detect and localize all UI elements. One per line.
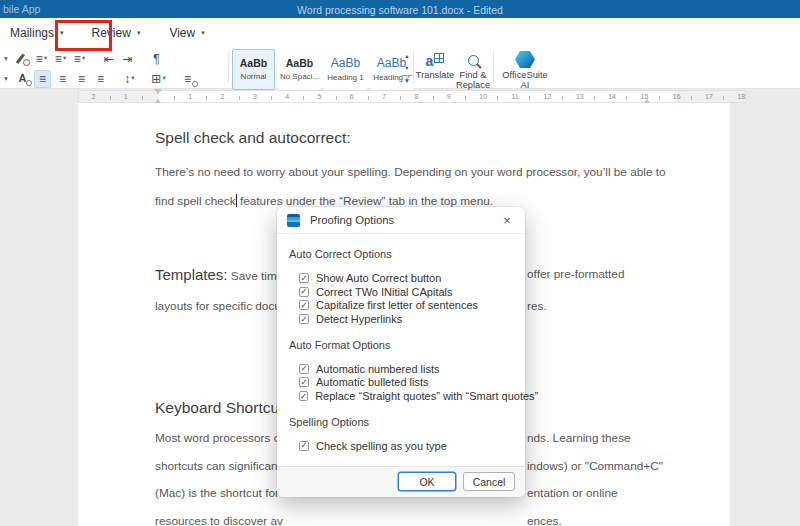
doc-text-fragment: shortcuts can significant (155, 459, 281, 473)
doc-text-fragment: (Mac) is the shortcut for (155, 486, 279, 500)
align-right-button[interactable]: ≡ (74, 71, 89, 87)
checkbox-option[interactable]: ✓Automatic bulleted lists (299, 375, 513, 389)
paragraph-mark-button[interactable]: ¶ (149, 51, 164, 67)
style-card-normal[interactable]: AaBbNormal (232, 49, 275, 90)
dialog-title: Proofing Options (310, 214, 499, 226)
proofing-options-dialog: Proofing Options × Auto Correct Options✓… (277, 207, 525, 497)
checkbox-label: Replace “Straight quotes” with “Smart qu… (315, 390, 538, 402)
ruler-number: 2 (91, 93, 95, 100)
align-left-button[interactable]: ≡ (34, 70, 51, 88)
ruler-tick (626, 96, 627, 100)
ruler-tick (723, 96, 724, 100)
checkbox-checked-icon[interactable]: ✓ (299, 441, 309, 451)
ok-button[interactable]: OK (398, 472, 456, 491)
checkbox-checked-icon[interactable]: ✓ (299, 391, 308, 401)
checkbox-option[interactable]: ✓Replace “Straight quotes” with “Smart q… (299, 389, 513, 403)
checkbox-option[interactable]: ✓Show Auto Correct button (299, 271, 513, 285)
translate-icon: a (426, 51, 445, 68)
doc-text-fragment: Most word processors o (155, 431, 280, 445)
borders-button[interactable]: ⊞▾ (151, 71, 166, 87)
style-card-no-spaci-[interactable]: AaBbNo Spaci... (278, 49, 321, 90)
line-spacing-button[interactable]: ↕▾ (122, 71, 137, 87)
doc-heading-keyboard-shortcuts: Keyboard Shortcut (155, 399, 283, 417)
bullet-list-button[interactable]: ≡▾ (34, 51, 49, 67)
spelling-color-icon[interactable] (15, 53, 30, 65)
checkbox-label: Detect Hyperlinks (316, 313, 402, 325)
align-center-button[interactable]: ≡ (55, 71, 70, 87)
officesuite-ai-button[interactable]: OfficeSuite AI (497, 51, 553, 91)
ruler-tick (174, 96, 175, 100)
dialog-option-group: ✓Automatic numbered lists✓Automatic bull… (289, 362, 513, 403)
ruler-number: 5 (318, 93, 322, 100)
doc-text-fragment: entation or online (527, 480, 618, 508)
justify-button[interactable]: ≡ (93, 71, 108, 87)
ruler-tick (659, 96, 660, 100)
checkbox-label: Show Auto Correct button (316, 272, 441, 284)
dialog-section-label: Auto Format Options (289, 339, 513, 351)
checkbox-option[interactable]: ✓Correct TWo INitial CApitals (299, 285, 513, 299)
document-title: Word processing software 101.docx - Edit… (0, 4, 800, 16)
tab-view[interactable]: View▾ (169, 26, 204, 40)
tab-mailings[interactable]: Mailings▾ (10, 26, 64, 40)
multilevel-list-button[interactable]: ≡▾ (72, 51, 87, 67)
gallery-scroll-up[interactable]: ▴ (402, 51, 412, 61)
gallery-more[interactable]: ▾ (402, 75, 412, 85)
style-gallery: AaBbNormalAaBbNo Spaci...AaBbHeading 1Aa… (232, 49, 413, 90)
horizontal-ruler[interactable]: 12345678910111213141516171821 (78, 90, 746, 103)
dropdown-caret[interactable]: ▾ (1, 71, 11, 87)
ruler-number: 12 (544, 93, 552, 100)
checkbox-option[interactable]: ✓Automatic numbered lists (299, 362, 513, 376)
ruler-number: 18 (737, 93, 745, 100)
hexagon-ai-icon (515, 51, 535, 68)
decrease-indent-button[interactable]: ⇤ (101, 51, 116, 67)
ruler-tick (142, 96, 143, 100)
ribbon-separator (493, 52, 494, 83)
checkbox-option[interactable]: ✓Capitalize first letter of sentences (299, 298, 513, 312)
find-replace-button[interactable]: Find &Replace (454, 51, 492, 91)
find-replace-label: Find &Replace (456, 71, 490, 91)
style-label: No Spaci... (280, 72, 319, 81)
translate-button[interactable]: a Translate (416, 51, 454, 81)
numbered-list-button[interactable]: ≡▾ (53, 51, 68, 67)
style-label: Normal (241, 72, 267, 81)
checkbox-checked-icon[interactable]: ✓ (299, 314, 309, 324)
checkbox-label: Automatic numbered lists (316, 363, 440, 375)
ribbon-separator (413, 52, 414, 83)
checkbox-label: Check spelling as you type (316, 440, 447, 452)
ruler-number: 11 (511, 93, 518, 100)
dialog-body: Auto Correct Options✓Show Auto Correct b… (277, 234, 525, 453)
checkbox-label: Automatic bulleted lists (316, 376, 429, 388)
dropdown-caret[interactable]: ▾ (1, 51, 11, 67)
checkbox-checked-icon[interactable]: ✓ (299, 300, 309, 310)
ruler-number: 1 (124, 93, 128, 100)
ruler-number: 3 (253, 93, 257, 100)
checkbox-checked-icon[interactable]: ✓ (299, 364, 309, 374)
checkbox-checked-icon[interactable]: ✓ (299, 287, 309, 297)
ruler-tick (368, 96, 369, 100)
doc-text-fragment: resources to discover av (155, 514, 283, 526)
checkbox-checked-icon[interactable]: ✓ (299, 377, 309, 387)
ribbon-separator (228, 52, 229, 83)
checkbox-checked-icon[interactable]: ✓ (299, 273, 309, 283)
title-bar: bile App Word processing software 101.do… (0, 0, 800, 18)
ruler-tick (691, 96, 692, 100)
cancel-button[interactable]: Cancel (463, 472, 515, 491)
chevron-down-icon: ▾ (201, 29, 205, 37)
ribbon-tab-bar: Mailings▾Review▾View▾ (0, 18, 800, 48)
ruler-tick (271, 96, 272, 100)
dialog-title-bar: Proofing Options × (277, 207, 525, 234)
style-card-heading-1[interactable]: AaBbHeading 1 (324, 49, 367, 90)
tab-review[interactable]: Review▾ (92, 26, 141, 40)
ruler-tick (110, 96, 111, 100)
checkbox-option[interactable]: ✓Detect Hyperlinks (299, 312, 513, 326)
checkbox-label: Capitalize first letter of sentences (316, 299, 478, 311)
paragraph-settings-button[interactable]: ≡ (180, 71, 195, 87)
translate-label: Translate (416, 71, 454, 81)
font-settings-button[interactable]: A (15, 71, 30, 87)
increase-indent-button[interactable]: ⇥ (120, 51, 135, 67)
gallery-scroll-down[interactable]: ▾ (402, 63, 412, 73)
ruler-number: 4 (285, 93, 289, 100)
first-line-indent-marker[interactable] (154, 89, 162, 94)
checkbox-option[interactable]: ✓Check spelling as you type (299, 439, 513, 453)
close-icon[interactable]: × (499, 213, 515, 228)
